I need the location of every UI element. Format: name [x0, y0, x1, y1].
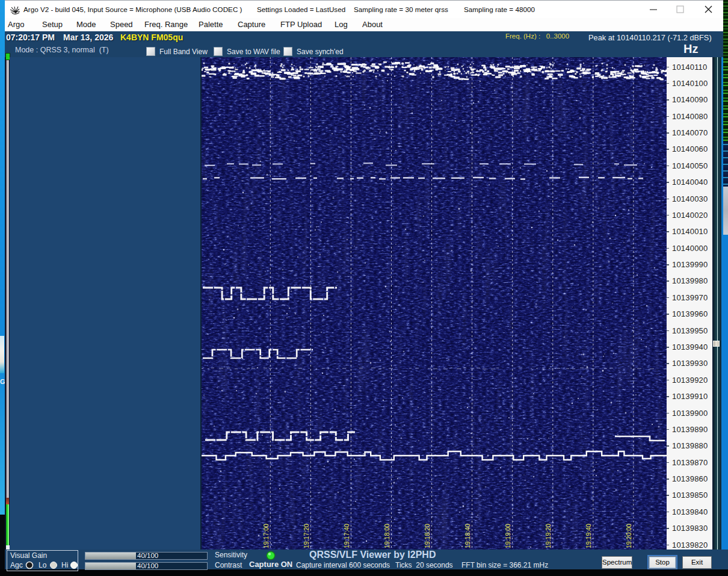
svg-text:19:20:00: 19:20:00 — [625, 524, 632, 548]
svg-text:19:19:00: 19:19:00 — [504, 524, 511, 548]
svg-text:19:18:20: 19:18:20 — [424, 524, 431, 548]
svg-text:19:17:40: 19:17:40 — [343, 524, 350, 548]
svg-text:19:18:00: 19:18:00 — [383, 524, 390, 548]
svg-text:19:19:40: 19:19:40 — [585, 524, 592, 548]
svg-text:19:17:00: 19:17:00 — [262, 524, 270, 548]
svg-text:19:19:20: 19:19:20 — [544, 524, 552, 548]
svg-text:19:18:40: 19:18:40 — [464, 524, 471, 548]
svg-text:19:17:20: 19:17:20 — [303, 524, 310, 548]
